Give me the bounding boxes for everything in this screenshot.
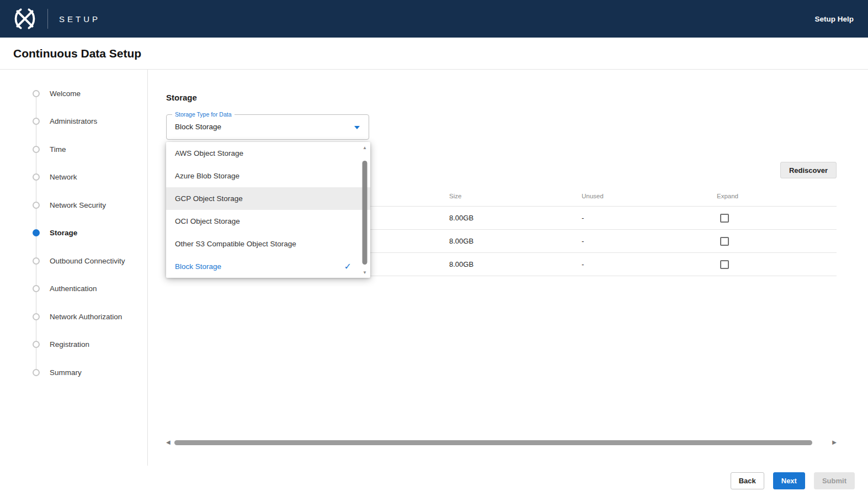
- expand-checkbox[interactable]: [720, 237, 729, 246]
- dropdown-caret-icon: [354, 126, 360, 129]
- scroll-left-icon[interactable]: ◀: [166, 440, 171, 445]
- step-dot: [33, 341, 40, 348]
- step-dot: [33, 202, 40, 209]
- step-dot: [33, 90, 40, 97]
- step-outbound-connectivity[interactable]: Outbound Connectivity: [0, 247, 147, 275]
- step-label: Time: [50, 145, 66, 154]
- step-dot: [33, 285, 40, 292]
- step-summary[interactable]: Summary: [0, 358, 147, 387]
- wizard-footer: Back Next Submit: [0, 466, 868, 496]
- step-network-security[interactable]: Network Security: [0, 191, 147, 219]
- section-title: Storage: [166, 93, 868, 102]
- menu-option-label: Other S3 Compatible Object Storage: [175, 240, 296, 248]
- check-icon: ✓: [344, 262, 352, 271]
- menu-option-gcp-object-storage[interactable]: GCP Object Storage: [166, 187, 370, 210]
- menu-scrollbar: ▲ ▼: [360, 142, 369, 278]
- step-label: Network Security: [50, 201, 106, 209]
- next-button[interactable]: Next: [773, 472, 805, 489]
- step-label: Welcome: [50, 89, 81, 98]
- device-unused-cell: -: [582, 237, 717, 245]
- scroll-up-icon[interactable]: ▲: [363, 145, 367, 151]
- delphix-logo-icon: [12, 6, 38, 31]
- select-field-label: Storage Type for Data: [172, 111, 235, 118]
- step-label: Summary: [50, 368, 82, 377]
- storage-type-select[interactable]: Storage Type for Data Block Storage: [166, 114, 369, 140]
- step-dot: [33, 118, 40, 125]
- menu-option-label: Azure Blob Storage: [175, 172, 239, 180]
- step-label: Authentication: [50, 284, 97, 293]
- step-label: Registration: [50, 340, 89, 349]
- step-label: Outbound Connectivity: [50, 257, 125, 265]
- top-bar: SETUP Setup Help: [0, 0, 868, 38]
- step-dot-active: [33, 229, 40, 236]
- storage-type-menu: AWS Object Storage Azure Blob Storage GC…: [166, 142, 370, 278]
- device-unused-cell: -: [582, 214, 717, 222]
- select-field-value: Block Storage: [167, 115, 369, 139]
- expand-checkbox[interactable]: [720, 260, 729, 269]
- menu-scrollbar-thumb[interactable]: [363, 161, 368, 265]
- step-administrators[interactable]: Administrators: [0, 108, 147, 136]
- column-header-size: Size: [449, 193, 582, 199]
- step-registration[interactable]: Registration: [0, 331, 147, 359]
- scroll-down-icon[interactable]: ▼: [363, 270, 367, 276]
- device-size-cell: 8.00GB: [449, 214, 582, 222]
- step-dot: [33, 257, 40, 265]
- device-size-cell: 8.00GB: [449, 260, 582, 268]
- horizontal-scrollbar: ◀ ▶: [166, 438, 837, 447]
- step-dot: [33, 173, 40, 181]
- step-dot: [33, 369, 40, 376]
- setup-stepper: Welcome Administrators Time Network Netw…: [0, 70, 148, 466]
- menu-option-oci-object-storage[interactable]: OCI Object Storage: [166, 210, 370, 233]
- menu-option-azure-blob-storage[interactable]: Azure Blob Storage: [166, 165, 370, 187]
- page-title: Continuous Data Setup: [13, 47, 141, 60]
- menu-option-label: Block Storage: [175, 262, 221, 271]
- step-label: Storage: [50, 229, 77, 237]
- menu-option-other-s3-compatible[interactable]: Other S3 Compatible Object Storage: [166, 233, 370, 255]
- menu-option-block-storage[interactable]: Block Storage ✓: [166, 255, 370, 278]
- device-size-cell: 8.00GB: [449, 237, 582, 245]
- step-time[interactable]: Time: [0, 135, 147, 163]
- setup-help-link[interactable]: Setup Help: [814, 15, 854, 23]
- horizontal-scrollbar-track[interactable]: [174, 440, 829, 445]
- storage-panel: Storage Storage Type for Data Block Stor…: [148, 70, 868, 466]
- expand-checkbox[interactable]: [720, 214, 729, 223]
- menu-option-label: OCI Object Storage: [175, 217, 240, 225]
- step-network[interactable]: Network: [0, 163, 147, 192]
- step-label: Network: [50, 173, 77, 181]
- step-dot: [33, 313, 40, 320]
- column-header-unused: Unused: [582, 193, 717, 199]
- step-dot: [33, 146, 40, 153]
- step-welcome[interactable]: Welcome: [0, 80, 147, 108]
- back-button[interactable]: Back: [731, 472, 764, 489]
- rediscover-button[interactable]: Rediscover: [780, 162, 837, 178]
- step-authentication[interactable]: Authentication: [0, 275, 147, 303]
- topbar-divider: [47, 9, 48, 29]
- product-name: SETUP: [59, 14, 100, 24]
- step-storage[interactable]: Storage: [0, 219, 147, 247]
- scroll-right-icon[interactable]: ▶: [832, 440, 837, 445]
- page-header: Continuous Data Setup: [0, 38, 868, 70]
- menu-option-aws-object-storage[interactable]: AWS Object Storage: [166, 142, 370, 165]
- horizontal-scrollbar-thumb[interactable]: [174, 440, 812, 445]
- step-network-authorization[interactable]: Network Authorization: [0, 303, 147, 331]
- step-label: Network Authorization: [50, 313, 122, 321]
- menu-option-label: AWS Object Storage: [175, 149, 243, 157]
- step-label: Administrators: [50, 117, 97, 125]
- device-unused-cell: -: [582, 260, 717, 268]
- menu-option-label: GCP Object Storage: [175, 194, 243, 203]
- submit-button[interactable]: Submit: [814, 472, 855, 489]
- column-header-expand: Expand: [717, 193, 837, 199]
